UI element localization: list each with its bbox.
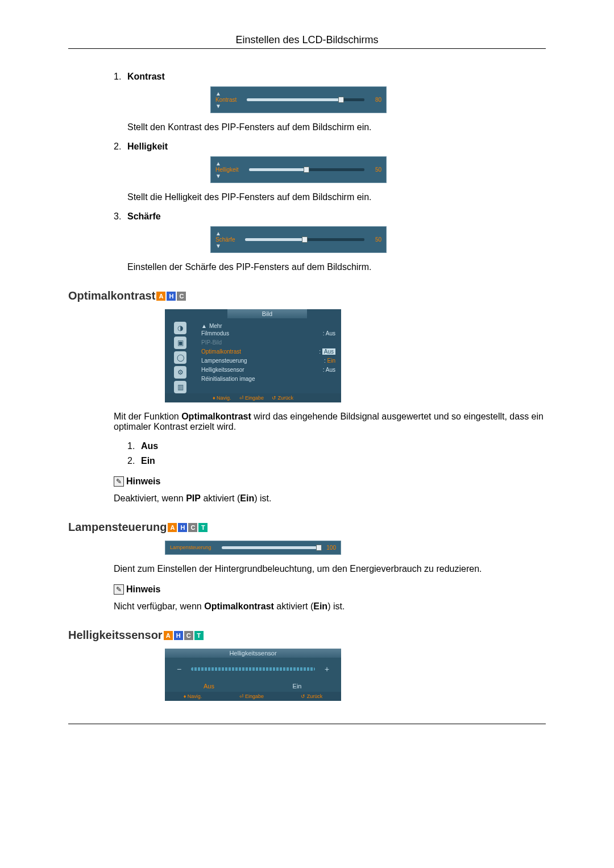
footer-hint: ♦ Navig.	[184, 693, 202, 699]
slider-helligkeit[interactable]: ▲ Helligkeit ▼ 50	[210, 156, 387, 183]
note-label: Hinweis	[126, 584, 160, 595]
menu-item-value: : Aus	[323, 366, 335, 375]
plus-button[interactable]: +	[321, 665, 333, 674]
minus-button[interactable]: −	[173, 665, 185, 674]
note-label: Hinweis	[126, 476, 160, 487]
slider-track[interactable]	[249, 168, 364, 171]
tag-t-icon: T	[194, 631, 204, 640]
menu-cat-icon[interactable]: ◑	[174, 322, 186, 334]
desc-helligkeit: Stellt die Helligkeit des PIP-Fensters a…	[114, 192, 546, 202]
tag-c-icon: C	[184, 631, 193, 640]
tag-t-icon: T	[198, 523, 208, 532]
section-optimalkontrast: Optimalkontrast A H C	[68, 289, 546, 302]
option-aus: Aus	[141, 441, 158, 451]
slider-name: Helligkeit	[215, 167, 239, 173]
down-arrow-icon: ▼	[215, 173, 221, 179]
page-header-title: Einstellen des LCD-Bildschirms	[68, 34, 546, 46]
tag-a-icon: A	[164, 631, 173, 640]
up-arrow-icon: ▲	[215, 90, 221, 97]
tag-h-icon: H	[167, 292, 176, 301]
slider-thumb[interactable]	[304, 167, 309, 173]
slider-name: Kontrast	[215, 97, 237, 103]
slider-value: 100	[323, 545, 336, 551]
sensor-bar[interactable]	[191, 667, 315, 671]
list-number: 2.	[114, 142, 127, 152]
list-label-schaerfe: Schärfe	[127, 211, 161, 222]
section-helligkeitssensor: Helligkeitssensor A H C T	[68, 629, 546, 642]
slider-value: 80	[369, 97, 381, 103]
menu-cat-icon[interactable]: ▣	[174, 337, 186, 349]
sensor-on-button[interactable]: Ein	[253, 680, 341, 692]
slider-value: 50	[369, 236, 381, 243]
menu-item: PIP-Bild	[201, 338, 222, 347]
menu-cat-icon[interactable]: ▥	[174, 381, 186, 393]
lampe-description: Dient zum Einstellen der Hintergrundbele…	[114, 564, 546, 574]
tag-c-icon: C	[177, 292, 186, 301]
down-arrow-icon: ▼	[215, 243, 221, 249]
slider-track[interactable]	[245, 238, 364, 241]
lampe-note-text: Nicht verfügbar, wenn Optimalkontrast ak…	[114, 601, 546, 612]
osd-menu-bild[interactable]: Bild ◑ ▣ ◯ ⚙ ▥ Mehr Filmmodus: Aus PIP-B…	[165, 309, 341, 402]
footer-rule	[68, 724, 546, 724]
sensor-off-button[interactable]: Aus	[165, 680, 253, 692]
footer-hint: ↺ Zurück	[301, 693, 322, 699]
slider-schaerfe[interactable]: ▲ Schärfe ▼ 50	[210, 226, 387, 253]
note-icon: ✎	[114, 476, 124, 487]
menu-item[interactable]: Filmmodus	[201, 329, 229, 338]
list-label-helligkeit: Helligkeit	[127, 142, 168, 152]
option-ein: Ein	[141, 456, 155, 466]
list-number: 3.	[114, 211, 127, 222]
desc-schaerfe: Einstellen der Schärfe des PIP-Fensters …	[114, 262, 546, 272]
menu-cat-icon[interactable]: ◯	[174, 351, 186, 364]
list-number: 1.	[127, 441, 141, 451]
optimal-note-text: Deaktiviert, wenn PIP aktiviert (Ein) is…	[114, 493, 546, 504]
optimal-description: Mit der Funktion Optimalkontrast wird da…	[114, 412, 546, 432]
slider-track[interactable]	[222, 546, 319, 549]
tag-h-icon: H	[178, 523, 187, 532]
header-rule	[68, 48, 546, 49]
sensor-box-title: Helligkeitssensor	[165, 649, 341, 658]
menu-more[interactable]: Mehr	[201, 323, 335, 329]
list-label-kontrast: Kontrast	[127, 72, 165, 82]
menu-item-value[interactable]: Aus	[322, 348, 335, 355]
tag-a-icon: A	[168, 523, 177, 532]
menu-item-value: : Aus	[323, 329, 335, 338]
slider-thumb[interactable]	[338, 97, 344, 103]
section-title-text: Helligkeitssensor	[68, 629, 163, 642]
footer-hint: ⏎ Eingabe	[239, 395, 264, 401]
section-title-text: Lampensteuerung	[68, 521, 167, 534]
list-number: 1.	[114, 72, 127, 82]
slider-thumb[interactable]	[316, 545, 322, 551]
menu-item[interactable]: Helligkeitssensor	[201, 366, 244, 375]
down-arrow-icon: ▼	[215, 103, 221, 109]
slider-value: 50	[369, 167, 381, 173]
section-lampensteuerung: Lampensteuerung A H C T	[68, 521, 546, 534]
slider-kontrast[interactable]: ▲ Kontrast ▼ 80	[210, 86, 387, 113]
menu-item[interactable]: Lampensteuerung	[201, 356, 247, 366]
up-arrow-icon: ▲	[215, 230, 221, 236]
menu-item[interactable]: Réinitialisation image	[201, 375, 255, 384]
slider-thumb[interactable]	[302, 236, 308, 243]
menu-cat-icon[interactable]: ⚙	[174, 366, 186, 379]
slider-track[interactable]	[247, 98, 364, 101]
menu-item[interactable]: Optimalkontrast	[201, 347, 241, 356]
tag-c-icon: C	[188, 523, 197, 532]
footer-hint: ⏎ Eingabe	[239, 693, 264, 699]
menu-item-value[interactable]: Ein	[327, 358, 335, 364]
footer-hint: ♦ Navig.	[213, 395, 231, 401]
tag-a-icon: A	[156, 292, 165, 301]
menu-tab: Bild	[227, 309, 307, 318]
tag-h-icon: H	[174, 631, 183, 640]
desc-kontrast: Stellt den Kontrast des PIP-Fensters auf…	[114, 122, 546, 132]
section-title-text: Optimalkontrast	[68, 289, 155, 302]
footer-hint: ↺ Zurück	[272, 395, 293, 401]
note-icon: ✎	[114, 584, 124, 595]
slider-name: Schärfe	[215, 236, 235, 243]
osd-sensor-box[interactable]: Helligkeitssensor − + Aus Ein ♦ Navig. ⏎…	[165, 649, 341, 701]
slider-name: Lampensteuerung	[170, 545, 211, 551]
up-arrow-icon: ▲	[215, 160, 221, 167]
list-number: 2.	[127, 456, 141, 466]
slider-lampensteuerung[interactable]: Lampensteuerung 100	[165, 541, 341, 555]
